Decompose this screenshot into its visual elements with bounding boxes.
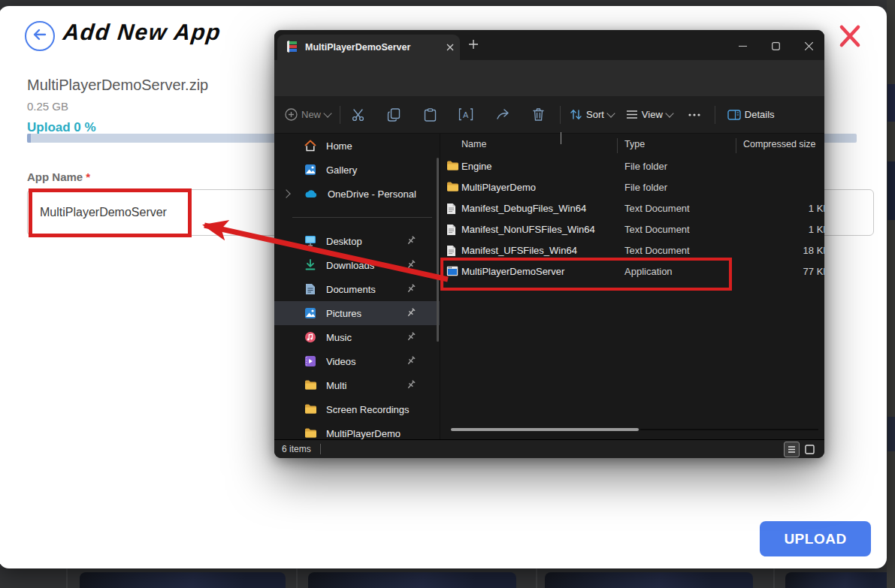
file-row-manifest-debugfiles[interactable]: Manifest_DebugFiles_Win64 Text Document …	[440, 198, 824, 219]
sidebar-item-pictures[interactable]: Pictures	[274, 301, 440, 325]
folder-icon	[304, 428, 316, 439]
upload-status-text: Upload 0 %	[27, 120, 96, 135]
upload-filesize: 0.25 GB	[27, 100, 68, 113]
sidebar-item-multiplayerdemo[interactable]: MultiPlayerDemo	[274, 421, 440, 439]
share-button[interactable]	[489, 104, 515, 126]
horizontal-scrollbar[interactable]	[451, 428, 639, 431]
column-header-type[interactable]: Type	[624, 139, 645, 149]
background-card	[80, 572, 286, 588]
sort-ascending-caret-icon	[561, 132, 561, 143]
downloads-icon	[305, 259, 316, 273]
file-row-manifest-ufsfiles[interactable]: Manifest_UFSFiles_Win64 Text Document 18…	[440, 240, 824, 261]
expand-chevron-icon[interactable]	[282, 189, 290, 198]
file-row-multiplayerdemoserver-app[interactable]: MultiPlayerDemoServer Application 77 KB	[440, 261, 824, 282]
videos-icon	[304, 355, 316, 369]
paste-button[interactable]	[417, 104, 443, 126]
onedrive-cloud-icon	[304, 189, 318, 201]
background-fragment	[887, 161, 895, 220]
background-divider	[296, 568, 298, 588]
music-icon	[304, 331, 316, 345]
file-list-pane: Name Type Compressed size Engine File fo…	[440, 134, 824, 439]
documents-icon	[305, 283, 316, 297]
statusbar-divider	[320, 444, 321, 454]
file-row-engine[interactable]: Engine File folder	[440, 156, 824, 177]
delete-button[interactable]	[525, 104, 551, 126]
chevron-down-icon	[606, 109, 615, 117]
chevron-down-icon	[323, 109, 331, 117]
sidebar-item-documents[interactable]: Documents	[274, 277, 440, 301]
text-document-icon	[446, 203, 456, 217]
chevron-down-icon	[665, 109, 673, 117]
background-divider	[773, 568, 775, 588]
details-button[interactable]: Details	[727, 109, 775, 120]
explorer-statusbar: 6 items	[274, 439, 824, 458]
close-icon	[836, 39, 864, 52]
horizontal-scrollbar-track	[640, 429, 818, 430]
view-button[interactable]: View	[626, 109, 673, 120]
pin-icon	[407, 308, 416, 320]
text-document-icon	[446, 224, 456, 238]
tab-close-icon[interactable]	[446, 42, 454, 53]
cut-button[interactable]	[345, 104, 370, 126]
explorer-titlebar[interactable]: MultiPlayerDemoServer	[274, 30, 824, 60]
column-divider[interactable]	[736, 138, 736, 153]
app-name-label: App Name*	[27, 170, 90, 183]
background-divider	[536, 568, 537, 588]
required-asterisk: *	[86, 170, 90, 183]
file-row-manifest-nonufsfiles[interactable]: Manifest_NonUFSFiles_Win64 Text Document…	[440, 219, 824, 240]
more-options-button[interactable]	[682, 104, 707, 126]
sidebar-item-multi[interactable]: Multi	[274, 373, 440, 397]
details-view-toggle[interactable]	[784, 442, 800, 457]
sidebar-item-videos[interactable]: Videos	[274, 349, 440, 373]
window-close-button[interactable]	[794, 36, 823, 56]
explorer-navigation-bar: … MultiPlayerDemoServer Search MultiP	[274, 60, 824, 96]
copy-button[interactable]	[381, 104, 407, 126]
sidebar-item-onedrive[interactable]: OneDrive - Personal	[274, 182, 440, 206]
pin-icon	[407, 332, 416, 344]
background-divider	[66, 568, 68, 588]
gallery-icon	[304, 164, 316, 178]
minimize-button[interactable]	[728, 36, 757, 56]
page-title: Add New App	[62, 20, 222, 45]
archive-app-icon	[286, 41, 298, 55]
pin-icon	[407, 380, 416, 392]
file-row-multiplayerdemo[interactable]: MultiPlayerDemo File folder	[440, 177, 824, 198]
column-divider[interactable]	[617, 138, 618, 153]
maximize-button[interactable]	[761, 36, 790, 56]
sidebar-scrollbar[interactable]	[437, 158, 439, 342]
text-document-icon	[446, 245, 456, 259]
background-card	[308, 572, 516, 588]
sidebar-item-gallery[interactable]: Gallery	[274, 158, 440, 182]
explorer-sidebar: Home Gallery OneDrive - Personal Desktop	[274, 134, 440, 439]
sidebar-item-home[interactable]: Home	[274, 134, 440, 158]
tab-title: MultiPlayerDemoServer	[305, 42, 446, 53]
pictures-icon	[304, 307, 316, 321]
home-icon	[304, 140, 316, 154]
desktop-icon	[304, 235, 316, 249]
rename-button[interactable]: A	[453, 104, 479, 126]
background-card	[785, 572, 895, 588]
sort-button[interactable]: Sort	[570, 109, 614, 120]
upload-button[interactable]: UPLOAD	[760, 521, 871, 556]
sidebar-item-music[interactable]: Music	[274, 325, 440, 349]
column-header-row: Name Type Compressed size	[440, 135, 824, 155]
column-header-size[interactable]: Compressed size	[743, 139, 816, 149]
column-header-name[interactable]: Name	[461, 139, 486, 149]
new-tab-button[interactable]	[468, 39, 479, 52]
back-button[interactable]	[25, 21, 55, 51]
sidebar-divider	[292, 217, 432, 218]
background-card	[545, 572, 753, 588]
thumbnail-view-toggle[interactable]	[803, 442, 817, 457]
modal-close-button[interactable]	[836, 23, 864, 50]
sidebar-item-desktop[interactable]: Desktop	[274, 229, 440, 253]
pin-icon	[407, 260, 416, 272]
folder-icon	[304, 380, 316, 392]
explorer-tab[interactable]: MultiPlayerDemoServer	[277, 35, 460, 60]
new-button[interactable]: New	[285, 108, 331, 121]
items-count: 6 items	[282, 444, 311, 454]
background-fragment	[887, 417, 895, 451]
sidebar-item-screen-recordings[interactable]: Screen Recordings	[274, 397, 440, 421]
application-icon	[446, 266, 458, 279]
sidebar-item-downloads[interactable]: Downloads	[274, 253, 440, 277]
back-arrow-icon	[32, 29, 47, 44]
